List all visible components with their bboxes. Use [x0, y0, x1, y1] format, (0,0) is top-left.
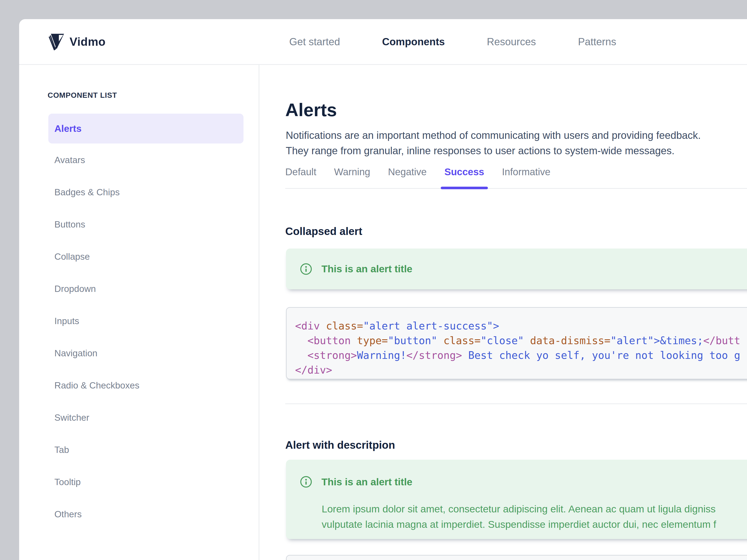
sidebar-item-buttons[interactable]: Buttons — [48, 208, 243, 241]
sidebar-active-label: Alerts — [54, 123, 81, 134]
alert-title-row: This is an alert title — [300, 460, 412, 504]
sidebar-item-avatars[interactable]: Avatars — [48, 144, 243, 176]
sidebar-item-tab[interactable]: Tab — [48, 434, 243, 466]
brand-logo[interactable]: Vidmo — [47, 19, 105, 64]
sidebar-item-alerts-active[interactable]: Alerts — [48, 114, 243, 143]
sidebar-heading: COMPONENT LIST — [48, 91, 117, 100]
alert-title: This is an alert title — [321, 263, 412, 275]
code-snippet-block: <div class="alert alert-success"> <butto… — [286, 307, 747, 379]
page-description: Notifications are an important method of… — [286, 128, 701, 158]
nav-link-components[interactable]: Components — [382, 36, 445, 48]
tab-default[interactable]: Default — [285, 166, 316, 188]
sidebar-list: Avatars Badges & Chips Buttons Collapse … — [48, 144, 243, 530]
page-title: Alerts — [285, 99, 337, 121]
sidebar-item-navigation[interactable]: Navigation — [48, 337, 243, 369]
app-window: Vidmo Get started Components Resources P… — [19, 19, 747, 560]
nav-link-get-started[interactable]: Get started — [289, 36, 340, 48]
sidebar-item-dropdown[interactable]: Dropdown — [48, 273, 243, 305]
tab-informative[interactable]: Informative — [502, 166, 550, 188]
code-snippet-block — [286, 555, 747, 560]
alert-description-text: Lorem ipsum dolor sit amet, consectetur … — [322, 501, 747, 532]
top-navbar: Vidmo Get started Components Resources P… — [19, 19, 747, 65]
section-heading-collapsed-alert: Collapsed alert — [285, 225, 362, 237]
alert-description-line: vulputate lacinia magna at imperdiet. Su… — [322, 516, 747, 532]
sidebar-item-others[interactable]: Others — [48, 498, 243, 530]
sidebar-item-tooltip[interactable]: Tooltip — [48, 466, 243, 498]
nav-link-resources[interactable]: Resources — [487, 36, 536, 48]
brand-name: Vidmo — [70, 35, 105, 49]
tab-negative[interactable]: Negative — [388, 166, 427, 188]
main-content: Alerts Notifications are an important me… — [285, 64, 747, 560]
code-line: </div> — [295, 363, 747, 377]
vidmo-logo-icon — [47, 31, 66, 52]
tab-warning[interactable]: Warning — [334, 166, 370, 188]
alert-variant-tabs: Default Warning Negative Success Informa… — [285, 166, 747, 189]
info-circle-icon — [300, 263, 312, 275]
alert-title: This is an alert title — [321, 476, 412, 488]
alert-description-line: Lorem ipsum dolor sit amet, consectetur … — [322, 501, 747, 516]
alert-title-row: This is an alert title — [300, 248, 412, 289]
sidebar-item-badges-chips[interactable]: Badges & Chips — [48, 176, 243, 208]
success-alert-with-description[interactable]: This is an alert title Lorem ipsum dolor… — [286, 460, 747, 539]
component-sidebar: COMPONENT LIST Alerts Avatars Badges & C… — [19, 65, 259, 560]
sidebar-item-switcher[interactable]: Switcher — [48, 402, 243, 434]
section-divider — [285, 403, 747, 404]
info-circle-icon — [300, 476, 312, 488]
code-line: <button type="button" class="close" data… — [295, 333, 747, 348]
code-line: <div class="alert alert-success"> — [295, 319, 747, 333]
nav-link-patterns[interactable]: Patterns — [578, 36, 616, 48]
code-line: <strong>Warning!</strong> Best check yo … — [295, 348, 747, 363]
primary-nav: Get started Components Resources Pattern… — [289, 19, 616, 64]
tab-success[interactable]: Success — [444, 166, 484, 188]
sidebar-item-radio-checkboxes[interactable]: Radio & Checkboxes — [48, 369, 243, 402]
sidebar-item-inputs[interactable]: Inputs — [48, 305, 243, 337]
page-background: { "header": { "brand": "Vidmo", "nav": [… — [0, 0, 747, 560]
section-heading-alert-with-description: Alert with descritpion — [285, 439, 395, 451]
sidebar-item-collapse[interactable]: Collapse — [48, 241, 243, 273]
success-alert-collapsed[interactable]: This is an alert title — [286, 248, 747, 289]
